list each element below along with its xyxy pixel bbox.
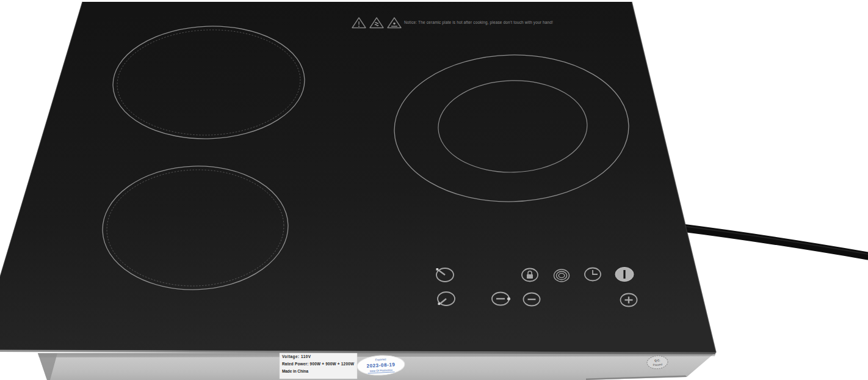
alert-exclamation-dot: [358, 26, 360, 27]
label-origin: Made in China: [282, 369, 308, 373]
glass-surface: [0, 2, 716, 353]
warning-notice-text: Notice: The ceramic plate is hot after c…: [404, 20, 553, 25]
product-photo-cooktop: Voltage: 110V Rated Power: 900W + 900W +…: [0, 0, 868, 380]
glass-top: [0, 2, 716, 354]
touch-hand-glyph: [393, 23, 396, 25]
cooktop-scene: Voltage: 110V Rated Power: 900W + 900W +…: [0, 0, 868, 380]
label-voltage: Voltage: 110V: [282, 354, 311, 359]
qc-sticker-line1: Q.C.: [654, 359, 660, 362]
power-icon: [615, 268, 634, 282]
date-sticker-header: Exported: [375, 358, 386, 362]
label-rated-power: Rated Power: 900W + 900W + 1200W: [282, 362, 355, 366]
rating-label: Voltage: 110V Rated Power: 900W + 900W +…: [280, 353, 357, 379]
